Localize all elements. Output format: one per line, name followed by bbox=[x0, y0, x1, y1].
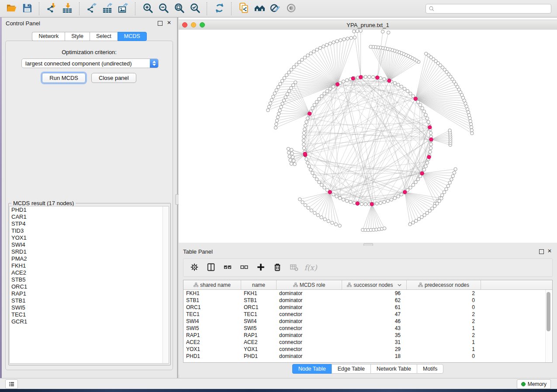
cell-name[interactable]: STB1 bbox=[241, 297, 277, 303]
table-row[interactable]: FKH1FKH1dominator962 bbox=[183, 290, 552, 297]
cell-MCDS-role[interactable]: connector bbox=[277, 311, 342, 317]
cell-MCDS-role[interactable]: dominator bbox=[277, 332, 342, 338]
cell-MCDS-role[interactable]: connector bbox=[277, 346, 342, 352]
cell-name[interactable]: YOX1 bbox=[241, 346, 277, 352]
table-row[interactable]: PHD1PHD1dominator180 bbox=[183, 353, 552, 360]
zoom-selected-button[interactable] bbox=[187, 2, 203, 16]
cell-predecessor-nodes[interactable]: 0 bbox=[407, 297, 481, 303]
mcds-result-node[interactable]: SWI4 bbox=[10, 241, 169, 248]
memory-button[interactable]: Memory bbox=[517, 379, 551, 389]
import-table-button[interactable] bbox=[59, 2, 75, 16]
cell-shared-name[interactable]: FKH1 bbox=[183, 290, 241, 296]
cell-MCDS-role[interactable]: dominator bbox=[277, 290, 342, 296]
tab-network[interactable]: Network bbox=[32, 32, 65, 41]
search-box[interactable] bbox=[426, 4, 551, 14]
cell-shared-name[interactable]: PHD1 bbox=[183, 353, 241, 359]
tab-network-table[interactable]: Network Table bbox=[370, 364, 417, 374]
cell-successor-nodes[interactable]: 43 bbox=[342, 325, 407, 331]
float-panel-icon[interactable] bbox=[158, 21, 163, 26]
first-neighbors-button[interactable] bbox=[252, 2, 267, 16]
mcds-result-node[interactable]: STB5 bbox=[10, 276, 169, 283]
refresh-button[interactable] bbox=[211, 2, 227, 16]
cell-successor-nodes[interactable]: 62 bbox=[342, 297, 407, 303]
tab-node-table[interactable]: Node Table bbox=[292, 364, 332, 374]
cell-shared-name[interactable]: ORC1 bbox=[183, 304, 241, 310]
mcds-result-node[interactable]: PMA2 bbox=[10, 255, 169, 262]
cell-successor-nodes[interactable]: 46 bbox=[342, 318, 407, 324]
new-network-from-selection-button[interactable] bbox=[236, 2, 252, 16]
mcds-result-node[interactable]: YOX1 bbox=[10, 234, 169, 241]
task-history-button[interactable] bbox=[5, 379, 18, 389]
cell-name[interactable]: ORC1 bbox=[241, 304, 277, 310]
open-file-button[interactable] bbox=[3, 2, 19, 16]
select-all-button[interactable] bbox=[220, 261, 235, 275]
zoom-out-button[interactable] bbox=[156, 2, 171, 16]
mcds-result-node[interactable]: GCR1 bbox=[10, 318, 169, 325]
cell-predecessor-nodes[interactable]: 2 bbox=[407, 332, 481, 338]
cell-shared-name[interactable]: RAP1 bbox=[183, 332, 241, 338]
cell-predecessor-nodes[interactable]: 1 bbox=[407, 339, 481, 345]
cell-shared-name[interactable]: ACE2 bbox=[183, 339, 241, 345]
search-input[interactable] bbox=[436, 5, 548, 12]
table-scrollbar[interactable] bbox=[545, 290, 552, 362]
cell-name[interactable]: ACE2 bbox=[241, 339, 277, 345]
cell-shared-name[interactable]: TEC1 bbox=[183, 311, 241, 317]
cell-predecessor-nodes[interactable]: 2 bbox=[407, 311, 481, 317]
cell-predecessor-nodes[interactable]: 2 bbox=[407, 318, 481, 324]
cell-name[interactable]: TEC1 bbox=[241, 311, 277, 317]
cell-MCDS-role[interactable]: connector bbox=[277, 325, 342, 331]
mcds-result-node[interactable]: SRD1 bbox=[10, 248, 169, 255]
table-row[interactable]: ACE2ACE2connector311 bbox=[183, 339, 552, 346]
table-row[interactable]: SWI5SWI5connector431 bbox=[183, 325, 552, 332]
save-session-button[interactable] bbox=[19, 2, 35, 16]
result-list-scrollbar[interactable] bbox=[163, 206, 169, 363]
mcds-result-node[interactable]: SWI5 bbox=[10, 304, 169, 311]
zoom-fit-button[interactable] bbox=[171, 2, 187, 16]
table-row[interactable]: SWI4SWI4dominator462 bbox=[183, 318, 552, 325]
mcds-result-node[interactable]: CAR1 bbox=[10, 213, 169, 220]
settings-gear-button[interactable] bbox=[187, 261, 202, 275]
tab-select[interactable]: Select bbox=[90, 32, 118, 41]
mcds-result-node[interactable]: RAP1 bbox=[10, 290, 169, 297]
cell-successor-nodes[interactable]: 61 bbox=[342, 304, 407, 310]
cell-successor-nodes[interactable]: 96 bbox=[342, 290, 407, 296]
tab-motifs[interactable]: Motifs bbox=[417, 364, 443, 374]
cell-name[interactable]: SWI4 bbox=[241, 318, 277, 324]
mcds-result-node[interactable]: FKH1 bbox=[10, 262, 169, 269]
column-header-successor-nodes[interactable]: successor nodes bbox=[342, 280, 407, 289]
tab-style[interactable]: Style bbox=[65, 32, 90, 41]
cell-name[interactable]: FKH1 bbox=[241, 290, 277, 296]
delete-column-button[interactable] bbox=[270, 261, 285, 275]
cell-shared-name[interactable]: YOX1 bbox=[183, 346, 241, 352]
column-header-shared-name[interactable]: shared name bbox=[183, 280, 241, 289]
column-header-MCDS-role[interactable]: MCDS role bbox=[277, 280, 342, 289]
run-mcds-button[interactable]: Run MCDS bbox=[42, 73, 86, 83]
cell-shared-name[interactable]: SWI4 bbox=[183, 318, 241, 324]
table-row[interactable]: ORC1ORC1dominator610 bbox=[183, 304, 552, 311]
import-network-button[interactable] bbox=[44, 2, 59, 16]
network-canvas[interactable] bbox=[179, 30, 557, 243]
mcds-result-node[interactable]: STP4 bbox=[10, 220, 169, 227]
tab-mcds[interactable]: MCDS bbox=[118, 32, 147, 41]
cell-predecessor-nodes[interactable]: 1 bbox=[407, 325, 481, 331]
mcds-result-node[interactable]: TEC1 bbox=[10, 311, 169, 318]
cell-successor-nodes[interactable]: 31 bbox=[342, 339, 407, 345]
table-row[interactable]: YOX1YOX1connector291 bbox=[183, 346, 552, 353]
cell-successor-nodes[interactable]: 18 bbox=[342, 353, 407, 359]
table-row[interactable]: RAP1RAP1dominator352 bbox=[183, 332, 552, 339]
zoom-in-button[interactable] bbox=[140, 2, 156, 16]
mcds-result-node[interactable]: ACE2 bbox=[10, 269, 169, 276]
cell-name[interactable]: RAP1 bbox=[241, 332, 277, 338]
cell-MCDS-role[interactable]: dominator bbox=[277, 297, 342, 303]
mcds-result-list[interactable]: PHD1CAR1STP4TID3YOX1SWI4SRD1PMA2FKH1ACE2… bbox=[9, 206, 169, 364]
column-header-predecessor-nodes[interactable]: predecessor nodes bbox=[407, 280, 481, 289]
cell-MCDS-role[interactable]: dominator bbox=[277, 318, 342, 324]
network-graph[interactable] bbox=[179, 30, 557, 243]
cell-successor-nodes[interactable]: 35 bbox=[342, 332, 407, 338]
cell-predecessor-nodes[interactable]: 0 bbox=[407, 304, 481, 310]
cell-MCDS-role[interactable]: dominator bbox=[277, 304, 342, 310]
tab-edge-table[interactable]: Edge Table bbox=[332, 364, 370, 374]
mcds-result-node[interactable]: TID3 bbox=[10, 227, 169, 234]
table-scrollbar-thumb[interactable] bbox=[547, 292, 550, 331]
export-table-button[interactable] bbox=[100, 2, 115, 16]
